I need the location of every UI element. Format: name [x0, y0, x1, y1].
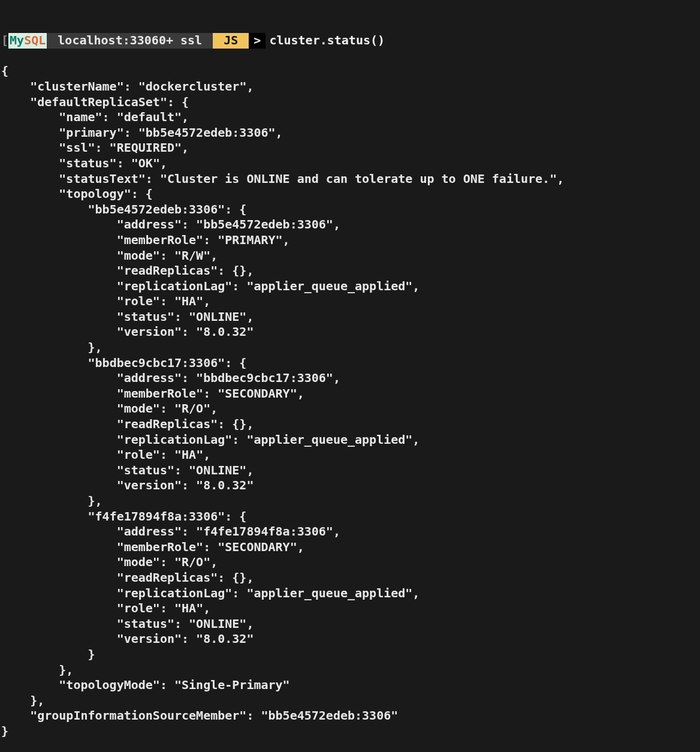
node1-readReplicas: {}: [232, 263, 246, 278]
mysql-sql: SQL: [24, 33, 46, 47]
command-input[interactable]: cluster.status(): [265, 33, 385, 49]
rs-name: default: [124, 110, 174, 124]
node2-status: ONLINE: [196, 463, 239, 477]
host-segment: localhost:33060+ ssl: [47, 33, 213, 49]
prompt-arrow: >: [249, 33, 265, 49]
node2-replicationLag: applier_queue_applied: [254, 432, 405, 447]
rs-primary: bb5e4572edeb:3306: [146, 125, 268, 140]
node1-replicationLag: applier_queue_applied: [254, 279, 405, 293]
node3-mode: R/O: [182, 555, 203, 569]
node3-replicationLag: applier_queue_applied: [254, 586, 405, 600]
node1-memberRole: PRIMARY: [225, 233, 275, 247]
rs-ssl: REQUIRED: [117, 140, 174, 155]
node3-readReplicas: {}: [232, 570, 246, 585]
node3-key: f4fe17894f8a:3306: [95, 509, 218, 524]
mysql-badge: MySQL: [8, 33, 47, 49]
command-output: { "clusterName": "dockercluster", "defau…: [0, 64, 700, 739]
terminal[interactable]: [MySQL localhost:33060+ ssl JS >cluster.…: [0, 0, 700, 752]
node2-memberRole: SECONDARY: [225, 386, 289, 401]
node2-role: HA: [182, 447, 196, 462]
node1-status: ONLINE: [196, 309, 239, 324]
node3-role: HA: [182, 601, 196, 615]
node3-memberRole: SECONDARY: [225, 540, 289, 554]
js-badge: JS: [213, 33, 249, 49]
group-info-source: bb5e4572edeb:3306: [268, 708, 391, 723]
node3-status: ONLINE: [196, 616, 239, 631]
node1-key: bb5e4572edeb:3306: [95, 202, 218, 216]
node2-address: bbdbec9cbc17:3306: [203, 371, 326, 385]
node3-address: f4fe17894f8a:3306: [203, 524, 326, 539]
node2-key: bbdbec9cbc17:3306: [95, 356, 218, 370]
node2-mode: R/O: [182, 401, 203, 416]
cluster-name: dockercluster: [146, 79, 240, 94]
node1-role: HA: [182, 294, 196, 308]
mysql-my: My: [10, 33, 24, 47]
topology-mode: Single-Primary: [182, 678, 283, 692]
node2-readReplicas: {}: [232, 417, 246, 431]
node1-version: 8.0.32: [203, 324, 246, 339]
prompt-line[interactable]: [MySQL localhost:33060+ ssl JS >cluster.…: [0, 33, 700, 49]
rs-status: OK: [138, 156, 153, 170]
node1-mode: R/W: [182, 248, 203, 263]
node2-version: 8.0.32: [203, 478, 246, 492]
node3-version: 8.0.32: [203, 631, 246, 646]
rs-status-text: Cluster is ONLINE and can tolerate up to…: [167, 172, 550, 186]
prompt-bracket-open: [: [0, 33, 8, 49]
node1-address: bb5e4572edeb:3306: [203, 217, 326, 231]
